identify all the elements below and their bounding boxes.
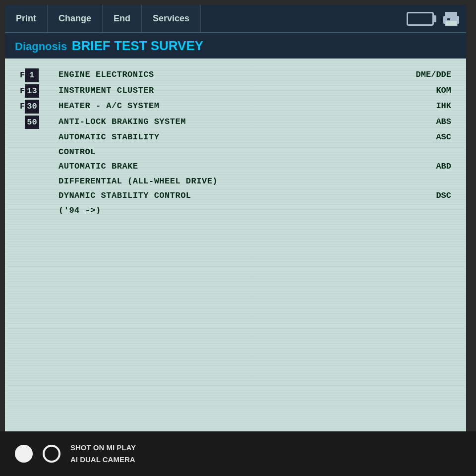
row-engine-electronics[interactable]: F1 ENGINE ELECTRONICS DME/DDE [20,68,451,82]
svg-rect-3 [447,18,450,20]
row-text-abs: ANTI-LOCK BRAKING SYSTEM [59,116,402,128]
row-text-control: CONTROL [59,146,451,159]
row-asc-2: CONTROL [20,146,451,159]
row-abbr-dsc: DSC [402,189,451,202]
menubar: Print Change End Services [5,5,466,32]
row-text-dsc: DYNAMIC STABILITY CONTROL [59,189,402,202]
camera-circle-empty [43,445,60,463]
menu-services[interactable]: Services [142,5,201,32]
row-instrument-cluster[interactable]: F13 INSTRUMENT CLUSTER KOM [20,84,451,98]
row-code-50: 50 [20,116,55,129]
row-abbr-heater: IHK [402,100,451,113]
row-abd-1: AUTOMATIC BRAKE ABD [20,160,451,173]
row-abbr-abd1: ABD [402,160,451,173]
row-dsc-year: ('94 ->) [20,204,451,217]
title-main: BRIEF TEST SURVEY [72,38,203,53]
menu-change[interactable]: Change [48,5,103,32]
row-text-year: ('94 ->) [59,204,451,217]
row-abd-2: DIFFERENTIAL (ALL-WHEEL DRIVE) [20,175,451,188]
menu-print[interactable]: Print [5,5,48,32]
titlebar: Diagnosis BRIEF TEST SURVEY [5,32,466,59]
content-area: F1 ENGINE ELECTRONICS DME/DDE F13 INSTRU… [5,59,466,406]
row-abbr-engine: DME/DDE [402,68,451,81]
row-heater-ac[interactable]: F30 HEATER - A/C SYSTEM IHK [20,100,451,114]
svg-rect-1 [445,12,457,17]
row-code-1: F1 [20,68,55,82]
row-abs[interactable]: 50 ANTI-LOCK BRAKING SYSTEM ABS [20,116,451,129]
row-text-abd1: AUTOMATIC BRAKE [59,160,402,173]
row-text-differential: DIFFERENTIAL (ALL-WHEEL DRIVE) [59,175,451,188]
svg-rect-2 [445,21,457,26]
row-code-13: F13 [20,84,55,98]
row-code-30: F30 [20,100,55,114]
row-text-asc1: AUTOMATIC STABILITY [59,131,402,144]
printer-icon [441,11,461,27]
row-text-engine: ENGINE ELECTRONICS [59,68,402,81]
row-abbr-asc1: ASC [402,131,451,144]
watermark-line2: AI DUAL CAMERA [70,454,136,466]
watermark-text: SHOT ON MI PLAY AI DUAL CAMERA [70,442,136,466]
row-dsc-1: DYNAMIC STABILITY CONTROL DSC [20,189,451,202]
row-abbr-cluster: KOM [402,84,451,97]
camera-circle-filled [15,445,33,463]
row-text-heater: HEATER - A/C SYSTEM [59,100,402,113]
row-text-cluster: INSTRUMENT CLUSTER [59,84,402,97]
menubar-right [201,5,466,32]
title-prefix: Diagnosis [15,40,67,53]
watermark-bar: SHOT ON MI PLAY AI DUAL CAMERA [0,431,476,476]
row-abbr-abs: ABS [402,116,451,128]
battery-icon [407,12,434,26]
row-asc-1: AUTOMATIC STABILITY ASC [20,131,451,144]
watermark-line1: SHOT ON MI PLAY [70,442,136,454]
menu-end[interactable]: End [103,5,142,32]
